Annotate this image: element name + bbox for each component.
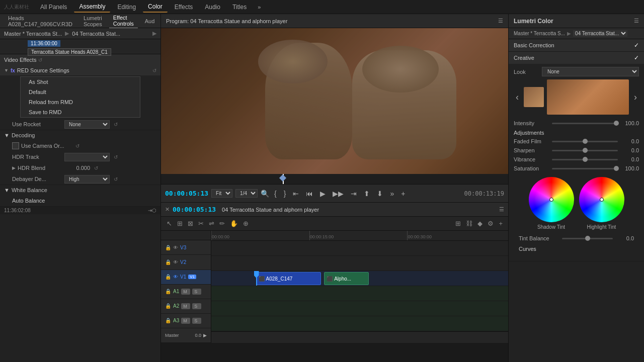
faded-film-thumb[interactable] (583, 139, 588, 144)
v3-lock-icon[interactable]: 🔒 (165, 245, 171, 250)
mark-in-btn[interactable]: { (272, 189, 279, 199)
add-btn[interactable]: + (497, 219, 504, 228)
a1-lock-icon[interactable]: 🔒 (165, 289, 171, 294)
razor-btn[interactable]: ✂ (197, 219, 205, 228)
v2-eye-icon[interactable]: 👁 (173, 259, 178, 265)
a1-s-btn[interactable]: S (192, 289, 201, 295)
snap-btn[interactable]: ⊞ (454, 219, 462, 228)
tab-lumetri-scopes[interactable]: Lumetri Scopes (79, 14, 106, 28)
look-prev-btn[interactable]: ‹ (514, 92, 521, 103)
hdr-track-reset[interactable]: ↺ (114, 154, 118, 160)
play-btn[interactable]: ▶ (318, 189, 328, 199)
creative-check[interactable]: ✓ (634, 54, 639, 61)
a3-m-btn[interactable]: M (181, 318, 190, 324)
use-camera-reset[interactable]: ↺ (75, 143, 79, 149)
hdr-track-select[interactable] (64, 153, 110, 161)
v1-eye-icon[interactable]: 👁 (173, 274, 178, 280)
dropdown-default[interactable]: Default (21, 87, 140, 97)
red-source-reset[interactable]: ↺ (152, 68, 156, 73)
vibrance-thumb[interactable] (583, 157, 588, 162)
playback-scrubber[interactable] (161, 174, 508, 184)
timeline-menu-icon[interactable]: ☰ (499, 206, 504, 213)
white-balance-title[interactable]: ▼ White Balance (0, 185, 160, 195)
highlight-wheel[interactable] (579, 177, 624, 222)
step-back-btn[interactable]: ⏮ (304, 189, 315, 199)
debayer-select[interactable]: High (64, 175, 110, 184)
hand-btn[interactable]: ✋ (228, 219, 239, 228)
zoom-icon[interactable]: 🔍 (261, 190, 269, 198)
basic-correction-title[interactable]: Basic Correction ✓ (509, 39, 644, 51)
dropdown-reload-rmd[interactable]: Reload from RMD (21, 97, 140, 107)
dropdown-as-shot[interactable]: As Shot (21, 77, 140, 87)
export-icon[interactable]: ⬡ (152, 208, 156, 213)
clip-alpho[interactable]: ⬛ Alpho... (324, 272, 369, 285)
nav-audio[interactable]: Audio (200, 2, 225, 12)
shadow-wheel-dot[interactable] (549, 198, 553, 202)
v3-eye-icon[interactable]: 👁 (173, 245, 178, 250)
a3-lock-icon[interactable]: 🔒 (165, 318, 171, 323)
select-tool-btn[interactable]: ↖ (165, 219, 174, 228)
lumetri-menu-icon[interactable]: ☰ (634, 18, 639, 24)
v2-lock-icon[interactable]: 🔒 (165, 259, 171, 265)
hdr-blend-reset[interactable]: ↺ (94, 165, 98, 171)
tab-heads-clip[interactable]: Heads A028_C147_0906CV.R3D (4, 14, 76, 28)
tint-balance-slider[interactable] (562, 238, 613, 239)
debayer-reset[interactable]: ↺ (114, 176, 118, 182)
a3-s-btn[interactable]: S (192, 318, 201, 324)
slip-btn[interactable]: ⇌ (207, 219, 216, 228)
more-controls-icon[interactable]: » (388, 189, 396, 199)
ripple-btn[interactable]: ⊠ (186, 219, 195, 228)
out-icon[interactable]: ⇥ (148, 208, 152, 213)
nav-effects[interactable]: Effects (170, 2, 198, 12)
pen-btn[interactable]: ✏ (218, 219, 226, 228)
nav-color[interactable]: Color (143, 2, 168, 13)
dropdown-save-rmd[interactable]: Save to RMD (21, 107, 140, 117)
nav-editing[interactable]: Editing (112, 2, 141, 12)
nav-assembly[interactable]: Assembly (74, 2, 110, 13)
vibrance-slider[interactable] (552, 159, 618, 160)
marker-btn[interactable]: ◆ (476, 219, 484, 228)
red-source-title[interactable]: ▼ fx RED Source Settings ↺ (0, 65, 160, 75)
highlight-wheel-dot[interactable] (600, 198, 604, 202)
video-effects-reset[interactable]: ↺ (38, 57, 42, 63)
go-out-btn[interactable]: ⇥ (349, 189, 359, 199)
lift-btn[interactable]: ⬆ (362, 189, 372, 199)
basic-correction-check[interactable]: ✓ (634, 42, 639, 49)
sharpen-slider[interactable] (552, 150, 618, 151)
tint-balance-thumb[interactable] (585, 236, 590, 241)
nav-more-icon[interactable]: » (254, 3, 265, 12)
a2-lock-icon[interactable]: 🔒 (165, 303, 171, 309)
lumetri-sequence-select[interactable]: 04 Terracotta Stat... (573, 30, 627, 37)
a1-m-btn[interactable]: M (181, 289, 190, 295)
intensity-thumb[interactable] (614, 121, 619, 126)
nav-all-panels[interactable]: All Panels (35, 2, 72, 12)
a2-s-btn[interactable]: S (192, 303, 201, 309)
a2-m-btn[interactable]: M (181, 303, 190, 309)
look-next-btn[interactable]: › (632, 92, 639, 103)
timeline-timecode[interactable]: 00:00:05:13 (173, 206, 216, 213)
quality-select[interactable]: 1/4 (235, 189, 258, 198)
master-play-icon[interactable]: ▶ (203, 333, 207, 338)
creative-title[interactable]: Creative ✓ (509, 52, 644, 64)
settings-btn[interactable]: ⚙ (486, 219, 495, 228)
shadow-wheel[interactable] (529, 177, 574, 222)
clip-a028[interactable]: ⬛ A028_C147 (256, 272, 321, 285)
play-fwd-btn[interactable]: ▶▶ (331, 189, 346, 199)
program-timecode[interactable]: 00:00:05:13 (165, 190, 208, 197)
v1-lock-icon[interactable]: 🔒 (165, 274, 171, 280)
use-camera-check[interactable] (12, 142, 19, 149)
faded-film-slider[interactable] (552, 141, 618, 142)
extract-btn[interactable]: ⬇ (375, 189, 385, 199)
decoding-title[interactable]: ▼ Decoding (0, 130, 160, 140)
add-marker-btn[interactable]: + (399, 189, 407, 199)
intensity-slider[interactable] (552, 123, 618, 124)
use-rocket-reset[interactable]: ↺ (114, 122, 118, 127)
sharpen-thumb[interactable] (583, 148, 588, 153)
zoom-tool-btn[interactable]: ⊕ (242, 219, 250, 228)
look-select[interactable]: None (542, 67, 639, 76)
track-select-btn[interactable]: ⊞ (176, 219, 184, 228)
saturation-thumb[interactable] (614, 166, 619, 171)
go-in-btn[interactable]: ⇤ (291, 189, 301, 199)
program-menu-icon[interactable]: ☰ (498, 18, 503, 24)
saturation-slider[interactable] (552, 168, 618, 169)
